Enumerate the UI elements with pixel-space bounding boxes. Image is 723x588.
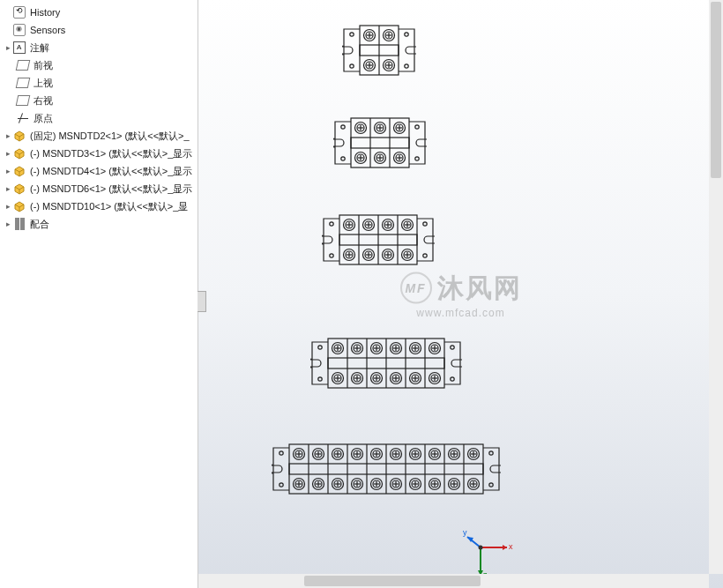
svg-rect-28 xyxy=(351,138,409,148)
svg-point-23 xyxy=(341,125,345,129)
svg-point-98 xyxy=(451,346,454,349)
tree-label: (-) MSNDTD4<1> (默认<<默认>_显示 xyxy=(30,165,192,178)
terminal-block-6p[interactable] xyxy=(310,335,462,391)
tree-label: (-) MSNDTD6<1> (默认<<默认>_显示 xyxy=(30,182,192,196)
tree-part[interactable]: ▸ (-) MSNDTD4<1> (默认<<默认>_显示 xyxy=(0,162,198,180)
plane-icon xyxy=(16,93,30,108)
horizontal-scrollbar[interactable] xyxy=(198,574,709,588)
scrollbar-thumb[interactable] xyxy=(304,576,481,586)
chevron-right-icon: ▸ xyxy=(4,149,12,158)
feature-tree-panel[interactable]: History Sensors ▸ 注解 前视 上视 右视 原点 xyxy=(0,0,198,588)
plane-icon xyxy=(16,58,30,72)
chevron-right-icon: ▸ xyxy=(4,43,12,52)
tree-label: (-) MSNDTD3<1> (默认<<默认>_显示 xyxy=(30,147,192,160)
origin-icon xyxy=(16,111,30,125)
tree-plane-front[interactable]: 前视 xyxy=(0,56,198,74)
mates-icon xyxy=(12,217,26,231)
svg-point-96 xyxy=(318,346,322,349)
tree-annotations[interactable]: ▸ 注解 xyxy=(0,39,198,56)
chevron-right-icon: ▸ xyxy=(4,184,12,193)
annotation-icon xyxy=(12,41,26,55)
part-icon xyxy=(12,182,26,196)
tree-label: History xyxy=(30,7,60,18)
chevron-right-icon: ▸ xyxy=(4,167,12,175)
plane-icon xyxy=(16,76,30,90)
tree-part[interactable]: ▸ (-) MSNDTD6<1> (默认<<默认>_显示 xyxy=(0,180,198,197)
svg-point-25 xyxy=(415,125,419,129)
chevron-right-icon: ▸ xyxy=(4,202,12,211)
svg-point-0 xyxy=(350,33,354,36)
axis-x-label: x xyxy=(509,542,513,551)
tree-label: (-) MSNDTD10<1> (默认<<默认>_显 xyxy=(30,200,188,213)
svg-point-1 xyxy=(350,64,354,68)
history-icon xyxy=(12,5,26,19)
tree-sensors[interactable]: Sensors xyxy=(0,21,198,39)
watermark-logo-icon: MF xyxy=(400,272,432,304)
svg-point-56 xyxy=(330,254,333,257)
part-icon xyxy=(12,199,26,213)
svg-point-158 xyxy=(489,483,493,487)
tree-part[interactable]: ▸ (固定) MSNDTD2<1> (默认<<默认>_ xyxy=(0,127,198,145)
tree-label: 配合 xyxy=(30,218,49,231)
svg-point-26 xyxy=(415,157,419,160)
watermark-url: www.mfcad.com xyxy=(400,306,522,318)
tree-label: 前视 xyxy=(34,59,53,72)
scrollbar-thumb[interactable] xyxy=(711,2,721,178)
axis-y-label: y xyxy=(463,530,467,537)
chevron-right-icon: ▸ xyxy=(4,220,12,228)
tree-plane-top[interactable]: 上视 xyxy=(0,74,198,92)
graphics-viewport[interactable]: MF 沐风网 www.mfcad.com x y z xyxy=(198,0,723,588)
svg-point-58 xyxy=(423,254,427,257)
watermark: MF 沐风网 www.mfcad.com xyxy=(400,270,522,318)
terminal-block-3p[interactable] xyxy=(333,115,427,171)
tree-label: 原点 xyxy=(34,112,53,125)
svg-point-157 xyxy=(489,451,493,455)
terminal-block-4p[interactable] xyxy=(322,212,435,268)
svg-point-55 xyxy=(330,222,333,226)
tree-mates[interactable]: ▸ 配合 xyxy=(0,215,198,233)
watermark-title: 沐风网 xyxy=(437,270,522,306)
tree-part[interactable]: ▸ (-) MSNDTD3<1> (默认<<默认>_显示 xyxy=(0,145,198,162)
svg-point-57 xyxy=(423,222,427,226)
svg-point-256 xyxy=(479,546,483,550)
svg-point-97 xyxy=(318,377,322,381)
svg-point-3 xyxy=(405,64,408,68)
sensor-icon xyxy=(12,23,26,37)
tree-part[interactable]: ▸ (-) MSNDTD10<1> (默认<<默认>_显 xyxy=(0,197,198,215)
tree-plane-right[interactable]: 右视 xyxy=(0,92,198,109)
tree-origin[interactable]: 原点 xyxy=(0,109,198,127)
svg-point-24 xyxy=(341,157,345,160)
svg-point-155 xyxy=(280,451,283,455)
svg-point-2 xyxy=(405,33,408,36)
svg-point-99 xyxy=(451,377,454,381)
tree-history[interactable]: History xyxy=(0,4,198,21)
part-icon xyxy=(12,146,26,160)
tree-label: Sensors xyxy=(30,25,65,35)
part-icon xyxy=(12,164,26,178)
tree-label: (固定) MSNDTD2<1> (默认<<默认>_ xyxy=(30,130,190,143)
vertical-scrollbar[interactable] xyxy=(709,0,723,574)
tree-label: 注解 xyxy=(30,41,49,55)
terminal-block-2p[interactable] xyxy=(342,22,416,78)
svg-point-156 xyxy=(280,483,283,487)
sidebar-collapse-handle[interactable] xyxy=(198,291,206,312)
terminal-block-10p[interactable] xyxy=(272,441,501,497)
tree-label: 右视 xyxy=(34,94,53,108)
part-icon xyxy=(12,129,26,143)
chevron-right-icon: ▸ xyxy=(4,131,12,140)
svg-marker-251 xyxy=(503,545,507,550)
tree-label: 上视 xyxy=(34,77,53,90)
